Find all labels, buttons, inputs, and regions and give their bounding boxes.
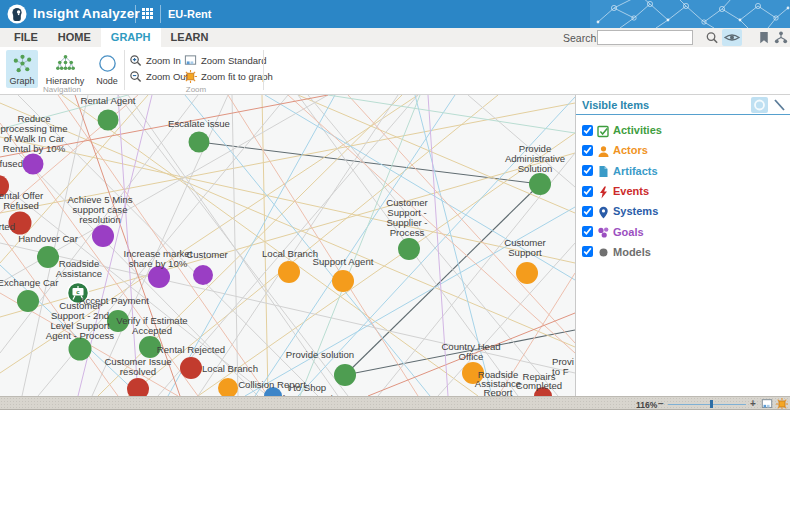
bookmark-icon[interactable] bbox=[756, 30, 772, 45]
visible-item-checkbox[interactable] bbox=[582, 165, 593, 176]
artifact-file-icon bbox=[597, 164, 610, 177]
graph-node[interactable] bbox=[529, 173, 551, 195]
zoom-in-button[interactable]: Zoom In bbox=[129, 53, 181, 67]
hierarchy-share-icon[interactable] bbox=[773, 30, 789, 45]
graph-icon bbox=[12, 53, 33, 74]
graph-node[interactable] bbox=[334, 364, 356, 386]
visible-item-actors[interactable]: Actors bbox=[576, 140, 790, 160]
visible-item-models[interactable]: Models bbox=[576, 242, 790, 262]
button-label: Zoom Standard bbox=[201, 55, 266, 66]
graph-node-label: t to ShopAssessment bbox=[281, 382, 334, 396]
visible-item-checkbox[interactable] bbox=[582, 145, 593, 156]
graph-node-label: Increase marketshare by 10% bbox=[124, 248, 193, 269]
title-bar: Insight Analyzer EU-Rent bbox=[0, 0, 790, 28]
graph-node[interactable] bbox=[148, 266, 170, 288]
hierarchy-icon bbox=[55, 53, 76, 74]
workspace-name: EU-Rent bbox=[168, 8, 211, 20]
visible-item-activities[interactable]: Activities bbox=[576, 120, 790, 140]
zoom-fit-button[interactable]: Zoom fit to graph bbox=[184, 69, 273, 83]
visible-item-checkbox[interactable] bbox=[582, 226, 593, 237]
graph-node[interactable] bbox=[278, 261, 300, 283]
graph-node-label: ental OfferRefused bbox=[0, 190, 44, 211]
app-grid-icon[interactable] bbox=[142, 8, 154, 20]
graph-node[interactable] bbox=[516, 262, 538, 284]
visible-item-checkbox[interactable] bbox=[582, 246, 593, 257]
graph-node-label: CustomerSupport - 2ndLevel SupportAgent … bbox=[46, 300, 114, 341]
visible-item-label: Actors bbox=[613, 144, 648, 156]
zoom-standard-icon[interactable] bbox=[761, 398, 773, 410]
graph-node[interactable] bbox=[98, 110, 119, 131]
graph-node-label: CustomerSupport -Supplier -Process bbox=[386, 197, 428, 238]
graph-node[interactable] bbox=[332, 270, 354, 292]
menu-bar: FILE HOME GRAPH LEARN Search: bbox=[0, 28, 790, 47]
search-label: Search: bbox=[563, 32, 599, 44]
menu-tabs: FILE HOME GRAPH LEARN bbox=[4, 28, 218, 47]
visible-item-goals[interactable]: Goals bbox=[576, 221, 790, 241]
visibility-button[interactable] bbox=[722, 29, 742, 46]
tab-graph[interactable]: GRAPH bbox=[101, 28, 161, 47]
graph-node-label: Reduceprocessing timeof Walk In CarRenta… bbox=[0, 113, 67, 154]
activities-check-icon bbox=[597, 124, 610, 137]
graph-canvas[interactable]: cRental AgentReduceprocessing timeof Wal… bbox=[0, 95, 575, 396]
actor-person-icon bbox=[597, 144, 610, 157]
ribbon-group-label: Zoom bbox=[151, 85, 241, 94]
titlebar-separator bbox=[160, 5, 161, 23]
graph-node-label: Rental Rejected bbox=[157, 344, 225, 355]
graph-node-label: Customer bbox=[186, 249, 228, 260]
graph-node[interactable] bbox=[17, 290, 39, 312]
zoom-standard-button[interactable]: Zoom Standard bbox=[184, 53, 266, 67]
tab-learn[interactable]: LEARN bbox=[161, 28, 219, 47]
graph-node[interactable] bbox=[37, 246, 59, 268]
visible-item-checkbox[interactable] bbox=[582, 186, 593, 197]
visible-item-label: Events bbox=[613, 185, 649, 197]
hierarchy-view-button[interactable]: Hierarchy bbox=[42, 50, 88, 88]
graph-node-label: Local Branch bbox=[262, 248, 318, 259]
visible-item-checkbox[interactable] bbox=[582, 206, 593, 217]
zoom-percentage: 116% bbox=[636, 400, 657, 410]
search-input[interactable] bbox=[597, 30, 693, 45]
graph-node[interactable] bbox=[398, 238, 420, 260]
graph-node[interactable] bbox=[92, 225, 114, 247]
zoom-plus-button[interactable]: + bbox=[750, 398, 756, 409]
zoom-slider-handle[interactable] bbox=[710, 400, 713, 408]
ribbon-group-separator bbox=[263, 50, 264, 90]
visible-item-label: Activities bbox=[613, 124, 662, 136]
ribbon-group-separator bbox=[124, 50, 125, 90]
eye-icon bbox=[722, 29, 742, 46]
graph-node-label: Local Branch bbox=[202, 363, 258, 374]
node-view-button[interactable]: Node bbox=[92, 50, 122, 88]
graph-node[interactable] bbox=[189, 132, 210, 153]
zoom-out-button[interactable]: Zoom Out bbox=[129, 69, 188, 83]
graph-view-button[interactable]: Graph bbox=[6, 50, 38, 88]
zoom-minus-button[interactable]: − bbox=[658, 398, 664, 409]
graph-node[interactable] bbox=[127, 378, 149, 396]
search-icon[interactable] bbox=[704, 30, 720, 45]
app-logo-icon bbox=[7, 4, 27, 24]
graph-node-label: ProvideAdministrativeSolution bbox=[505, 143, 565, 174]
tab-file[interactable]: FILE bbox=[4, 28, 48, 47]
visible-item-checkbox[interactable] bbox=[582, 125, 593, 136]
graph-node[interactable] bbox=[218, 378, 238, 396]
graph-node-label: rted bbox=[0, 221, 15, 232]
zoom-slider-track[interactable] bbox=[668, 404, 746, 406]
visible-item-events[interactable]: Events bbox=[576, 181, 790, 201]
tab-home[interactable]: HOME bbox=[48, 28, 101, 47]
graph-node[interactable] bbox=[193, 265, 213, 285]
graph-edge bbox=[288, 95, 575, 353]
button-label: Zoom In bbox=[146, 55, 181, 66]
graph-node[interactable] bbox=[23, 154, 44, 175]
app-title: Insight Analyzer bbox=[33, 6, 140, 21]
visible-item-systems[interactable]: Systems bbox=[576, 201, 790, 221]
graph-node-label: fused bbox=[0, 158, 23, 169]
visible-items-header: Visible Items bbox=[576, 95, 790, 115]
graph-node[interactable] bbox=[180, 357, 202, 379]
graph-node-label: Escalate issue bbox=[168, 118, 230, 129]
zoom-standard-icon bbox=[184, 54, 197, 67]
app-window: Insight Analyzer EU-Rent FILE HOME GRAPH… bbox=[0, 0, 790, 410]
visible-item-label: Models bbox=[613, 246, 651, 258]
visible-item-artifacts[interactable]: Artifacts bbox=[576, 161, 790, 181]
graph-node-label: Achieve 5 Minssupport caseresolution bbox=[67, 194, 132, 225]
circle-select-button[interactable] bbox=[751, 97, 768, 113]
zoom-fit-icon[interactable] bbox=[776, 398, 788, 410]
edge-tool-button[interactable] bbox=[771, 97, 788, 113]
